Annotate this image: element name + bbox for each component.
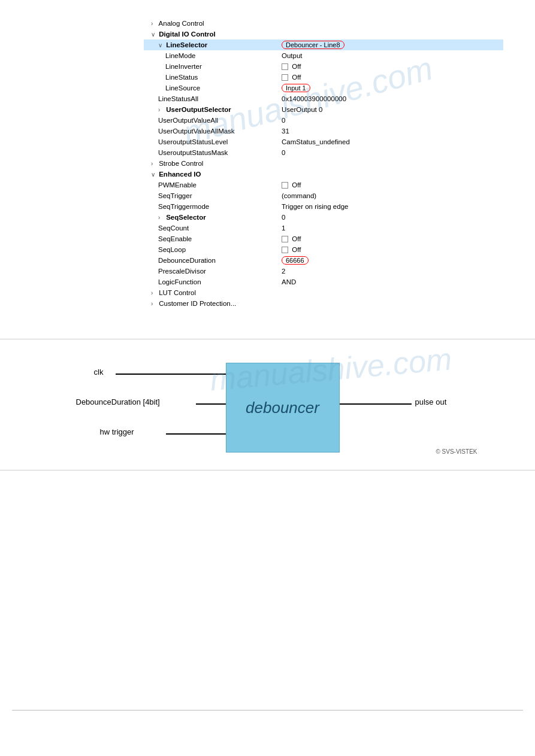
tree-row-seq-loop[interactable]: SeqLoop Off xyxy=(144,244,503,255)
hw-trigger-line xyxy=(166,433,226,435)
tree-row-seq-selector[interactable]: › SeqSelector 0 xyxy=(144,212,503,223)
user-output-status-level-value: CamStatus_undefined xyxy=(282,138,503,145)
seq-enable-value: Off xyxy=(282,235,503,242)
seq-loop-checkbox xyxy=(282,247,288,253)
tree-row-user-output-status-level[interactable]: UseroutputStatusLevel CamStatus_undefine… xyxy=(144,136,503,147)
logic-function-label: LogicFunction xyxy=(158,278,201,286)
tree-row-seq-count[interactable]: SeqCount 1 xyxy=(144,223,503,233)
line-selector-label: LineSelector xyxy=(166,41,207,48)
tree-row-line-source[interactable]: LineSource Input 1 xyxy=(144,83,503,93)
expand-icon-customer-id: › xyxy=(151,300,157,307)
copyright: © SVS-VISTEK xyxy=(436,448,477,455)
expand-icon-analog: › xyxy=(151,20,157,27)
tree-row-user-output-value-all-mask[interactable]: UserOutputValueAllMask 31 xyxy=(144,126,503,136)
tree-row-digital-io[interactable]: ∨ Digital IO Control xyxy=(144,29,503,40)
lut-control-label: LUT Control xyxy=(159,289,196,296)
tree-row-line-inverter[interactable]: LineInverter Off xyxy=(144,61,503,72)
user-output-value-all-mask-label: UserOutputValueAllMask xyxy=(158,127,235,135)
seq-loop-value: Off xyxy=(282,246,503,253)
tree-row-seq-triggermode[interactable]: SeqTriggermode Trigger on rising edge xyxy=(144,201,503,212)
tree-row-user-output-selector[interactable]: › UserOutputSelector UserOutput 0 xyxy=(144,104,503,115)
diagram-inner: clk DebounceDuration [4bit] hw trigger d… xyxy=(58,351,477,459)
line-mode-label: LineMode xyxy=(165,52,196,59)
pwm-enable-checkbox xyxy=(282,182,288,189)
tree-row-prescale-divisor[interactable]: PrescaleDivisor 2 xyxy=(144,266,503,277)
debounce-line xyxy=(196,403,226,405)
line-status-all-label: LineStatusAll xyxy=(158,95,198,102)
tree-row-line-selector[interactable]: ∨ LineSelector Debouncer - Line8 xyxy=(144,40,503,50)
customer-id-label: Customer ID Protection... xyxy=(159,300,236,307)
tree-row-debounce-duration[interactable]: DebounceDuration 66666 xyxy=(144,255,503,266)
tree-row-user-output-status-mask[interactable]: UseroutputStatusMask 0 xyxy=(144,147,503,158)
user-output-selector-value: UserOutput 0 xyxy=(282,106,503,113)
seq-triggermode-label: SeqTriggermode xyxy=(158,203,209,210)
tree-row-analog-control[interactable]: › Analog Control xyxy=(144,18,503,29)
line-mode-value: Output xyxy=(282,52,503,59)
hw-trigger-label: hw trigger xyxy=(100,427,134,436)
line-source-label: LineSource xyxy=(165,84,200,92)
clk-line xyxy=(116,374,226,375)
enhanced-io-label: Enhanced IO xyxy=(159,171,201,178)
seq-triggermode-value: Trigger on rising edge xyxy=(282,203,503,210)
debouncer-box: debouncer xyxy=(226,363,340,453)
pulse-out-line xyxy=(340,403,412,405)
user-output-value-all-mask-value: 31 xyxy=(282,127,503,135)
strobe-control-label: Strobe Control xyxy=(159,160,203,167)
line-inverter-checkbox xyxy=(282,63,288,70)
tree-row-line-status-all[interactable]: LineStatusAll 0x140003900000000 xyxy=(144,93,503,104)
seq-count-label: SeqCount xyxy=(158,224,189,232)
expand-icon-digital-io: ∨ xyxy=(151,31,157,38)
tree-row-line-status[interactable]: LineStatus Off xyxy=(144,72,503,83)
tree-row-seq-enable[interactable]: SeqEnable Off xyxy=(144,233,503,244)
user-output-status-mask-value: 0 xyxy=(282,149,503,156)
seq-enable-label: SeqEnable xyxy=(158,235,192,242)
user-output-status-level-label: UseroutputStatusLevel xyxy=(158,138,228,145)
line-selector-circled: Debouncer - Line8 xyxy=(282,41,344,49)
debouncer-box-label: debouncer xyxy=(246,399,319,417)
tree-row-seq-trigger[interactable]: SeqTrigger (command) xyxy=(144,190,503,201)
debounce-duration-label: DebounceDuration xyxy=(158,257,216,264)
seq-trigger-value: (command) xyxy=(282,192,503,199)
line-status-all-value: 0x140003900000000 xyxy=(282,95,503,102)
page-container: › Analog Control ∨ Digital IO Control ∨ … xyxy=(0,0,535,722)
line-inverter-value: Off xyxy=(282,63,503,70)
tree-row-lut-control[interactable]: › LUT Control xyxy=(144,287,503,298)
seq-trigger-label: SeqTrigger xyxy=(158,192,192,199)
diagram-section: clk DebounceDuration [4bit] hw trigger d… xyxy=(0,339,535,470)
tree-row-pwm-enable[interactable]: PWMEnable Off xyxy=(144,180,503,190)
line-source-value: Input 1 xyxy=(282,84,503,92)
line-inverter-label: LineInverter xyxy=(165,63,202,70)
seq-selector-label: SeqSelector xyxy=(166,214,205,221)
seq-selector-value: 0 xyxy=(282,214,503,221)
logic-function-value: AND xyxy=(282,278,503,286)
line-selector-value: Debouncer - Line8 xyxy=(282,41,503,49)
expand-icon-enhanced-io: ∨ xyxy=(151,171,157,178)
user-output-status-mask-label: UseroutputStatusMask xyxy=(158,149,228,156)
user-output-value-all-label: UserOutputValueAll xyxy=(158,117,218,124)
line-source-circled: Input 1 xyxy=(282,84,310,92)
tree-row-line-mode[interactable]: LineMode Output xyxy=(144,50,503,61)
tree-row-customer-id[interactable]: › Customer ID Protection... xyxy=(144,298,503,309)
tree-row-strobe-control[interactable]: › Strobe Control xyxy=(144,158,503,169)
digital-io-label: Digital IO Control xyxy=(159,31,216,38)
tree-row-logic-function[interactable]: LogicFunction AND xyxy=(144,277,503,287)
pwm-enable-value: Off xyxy=(282,181,503,189)
expand-icon-line-selector: ∨ xyxy=(158,42,164,48)
clk-label: clk xyxy=(94,368,104,377)
seq-enable-checkbox xyxy=(282,236,288,242)
expand-icon-seq-selector: › xyxy=(158,214,164,221)
tree-row-user-output-value-all[interactable]: UserOutputValueAll 0 xyxy=(144,115,503,126)
tree-row-enhanced-io[interactable]: ∨ Enhanced IO xyxy=(144,169,503,180)
bottom-area xyxy=(0,470,535,710)
property-tree: › Analog Control ∨ Digital IO Control ∨ … xyxy=(144,18,503,309)
pulse-out-label: pulse out xyxy=(415,397,447,406)
debounce-duration-diagram-label: DebounceDuration [4bit] xyxy=(76,397,160,406)
line-status-checkbox xyxy=(282,74,288,81)
line-status-value: Off xyxy=(282,74,503,81)
expand-icon-lut: › xyxy=(151,290,157,296)
user-output-selector-label: UserOutputSelector xyxy=(166,106,231,113)
user-output-value-all-value: 0 xyxy=(282,117,503,124)
prescale-divisor-value: 2 xyxy=(282,268,503,275)
pwm-enable-label: PWMEnable xyxy=(158,181,197,189)
bottom-rule xyxy=(12,710,523,711)
